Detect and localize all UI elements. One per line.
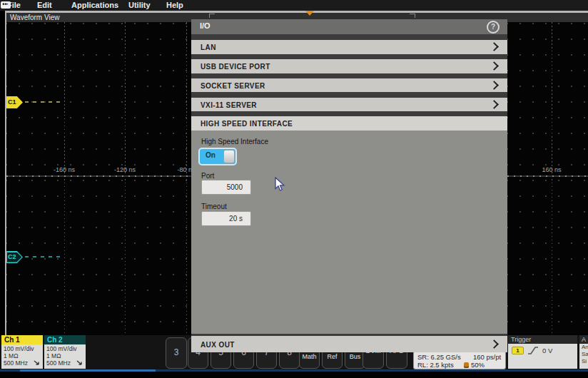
horizontal-scrollbar-thumb[interactable] bbox=[20, 369, 156, 372]
timeout-input[interactable]: 20 s bbox=[201, 211, 251, 226]
probe-icon bbox=[76, 360, 83, 367]
chevron-right-icon bbox=[490, 61, 499, 71]
resolution: 160 ps/pt bbox=[473, 353, 501, 361]
high-speed-interface-toggle[interactable]: On bbox=[198, 148, 237, 165]
gridline bbox=[64, 22, 65, 335]
toggle-state-label: On bbox=[206, 151, 216, 159]
menu-bar: ••• File Edit Applications Utility Help bbox=[0, 0, 588, 11]
axis-tick-label: -120 ns bbox=[114, 166, 136, 173]
chevron-right-icon bbox=[490, 81, 499, 90]
menu-item-edit[interactable]: Edit bbox=[37, 1, 52, 10]
io-dialog-header: I/O ? bbox=[191, 19, 507, 34]
acquisition-status-badge[interactable]: SR: 6.25 GS/s RL: 2.5 kpts 160 ps/pt 50% bbox=[413, 351, 506, 369]
expansion-bracket-right bbox=[410, 14, 415, 18]
horizontal-position-icon bbox=[464, 362, 469, 368]
dialog-title: I/O bbox=[200, 21, 211, 30]
menu-item-applications[interactable]: Applications bbox=[71, 1, 118, 10]
axis-tick-label: -160 ns bbox=[54, 166, 75, 173]
dialog-row-socket-server[interactable]: SOCKET SERVER bbox=[191, 78, 507, 92]
trigger-badge[interactable]: Trigger 1 0 V bbox=[508, 335, 577, 369]
dialog-row-vxi-11-server[interactable]: VXI-11 SERVER bbox=[191, 98, 507, 111]
toggle-label: High Speed Interface bbox=[201, 138, 268, 145]
dialog-row-lan[interactable]: LAN bbox=[191, 40, 507, 54]
mouse-cursor bbox=[275, 177, 285, 195]
menu-item-utility[interactable]: Utility bbox=[128, 1, 151, 10]
high-speed-interface-panel: High Speed Interface On Port 5000 Timeou… bbox=[191, 131, 507, 334]
chevron-right-icon bbox=[490, 100, 499, 109]
waveform-left-edge bbox=[5, 11, 6, 335]
trigger-source-badge: 1 bbox=[512, 347, 524, 354]
io-dialog: I/O ? LAN USB DEVICE PORT SOCKET SERVER … bbox=[191, 19, 507, 352]
channel-badge-ch2[interactable]: Ch 2 100 mV/div 1 MΩ 500 MHz bbox=[44, 335, 86, 369]
c1-level-dashes bbox=[25, 101, 61, 103]
toggle-knob bbox=[223, 150, 235, 163]
waveform-view-tab[interactable]: Waveform View bbox=[10, 13, 59, 22]
help-icon[interactable]: ? bbox=[487, 21, 500, 34]
rising-edge-icon bbox=[527, 346, 539, 355]
expansion-bracket-left bbox=[209, 14, 215, 18]
chevron-right-icon bbox=[490, 339, 499, 349]
timeout-label: Timeout bbox=[201, 203, 227, 210]
gridline bbox=[186, 22, 187, 335]
probe-icon bbox=[34, 360, 41, 367]
c2-level-dashes bbox=[25, 256, 61, 257]
oscilloscope-screen: ••• File Edit Applications Utility Help … bbox=[0, 0, 588, 378]
port-label: Port bbox=[201, 172, 214, 180]
trigger-position-indicator[interactable] bbox=[305, 11, 314, 16]
channel-marker-c2[interactable]: C2 bbox=[6, 251, 23, 263]
dialog-row-aux-out[interactable]: AUX OUT bbox=[191, 336, 507, 352]
chevron-right-icon bbox=[490, 42, 499, 51]
channel-marker-c1[interactable]: C1 bbox=[6, 96, 23, 108]
sample-rate: SR: 6.25 GS/s bbox=[417, 353, 461, 361]
menu-item-file[interactable]: File bbox=[7, 1, 21, 10]
dialog-row-high-speed-interface[interactable]: HIGH SPEED INTERFACE bbox=[191, 116, 507, 131]
position-percent: 50% bbox=[471, 361, 485, 369]
gridline bbox=[552, 22, 552, 335]
channel-badge-ch1[interactable]: Ch 1 100 mV/div 1 MΩ 500 MHz bbox=[1, 335, 43, 369]
menu-item-help[interactable]: Help bbox=[166, 1, 183, 10]
gridline bbox=[125, 22, 126, 335]
trigger-title: Trigger bbox=[508, 335, 577, 344]
port-input[interactable]: 5000 bbox=[201, 180, 251, 195]
clipped-panel: A An Sa Si bbox=[579, 335, 588, 369]
record-length: RL: 2.5 kpts bbox=[417, 361, 454, 369]
axis-tick-label: 160 ns bbox=[542, 166, 561, 173]
channel-button-3[interactable]: 3 bbox=[166, 337, 187, 369]
dialog-row-usb-device-port[interactable]: USB DEVICE PORT bbox=[191, 59, 507, 73]
trigger-level: 0 V bbox=[542, 347, 552, 354]
